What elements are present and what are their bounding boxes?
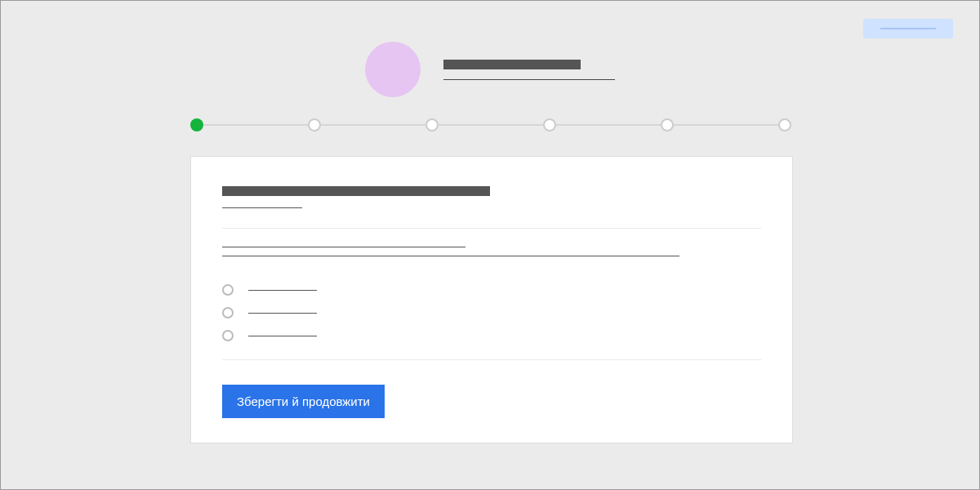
card-subheading	[222, 207, 302, 208]
progress-stepper	[190, 118, 791, 131]
radio-option-3[interactable]	[222, 330, 761, 341]
radio-label	[248, 290, 317, 291]
step-connector	[439, 124, 543, 126]
step-2[interactable]	[308, 118, 321, 131]
step-1[interactable]	[190, 118, 203, 131]
page-header	[365, 42, 615, 97]
step-connector	[321, 124, 425, 126]
step-connector	[556, 124, 661, 126]
radio-icon	[222, 330, 234, 341]
page-subtitle-line	[443, 79, 615, 80]
radio-option-1[interactable]	[222, 284, 761, 296]
step-connector	[203, 124, 308, 126]
radio-icon	[222, 307, 234, 318]
radio-group	[222, 284, 761, 341]
step-6[interactable]	[778, 118, 791, 131]
step-3[interactable]	[425, 118, 439, 131]
save-continue-button[interactable]: Зберегти й продовжити	[222, 385, 385, 418]
avatar-circle-icon	[365, 42, 421, 97]
step-connector	[674, 124, 778, 126]
top-action-pill[interactable]	[863, 19, 953, 38]
title-block	[443, 60, 615, 80]
text-input[interactable]	[222, 256, 679, 256]
divider	[222, 359, 761, 360]
card-heading	[222, 186, 490, 196]
step-5[interactable]	[661, 118, 674, 131]
radio-label	[248, 336, 317, 336]
radio-label	[248, 313, 317, 314]
divider	[222, 228, 761, 229]
field-label	[222, 247, 466, 247]
radio-icon	[222, 284, 234, 296]
form-card: Зберегти й продовжити	[190, 156, 793, 443]
top-action-placeholder	[880, 28, 936, 29]
radio-option-2[interactable]	[222, 307, 761, 318]
page-title	[443, 60, 581, 69]
step-4[interactable]	[543, 118, 556, 131]
